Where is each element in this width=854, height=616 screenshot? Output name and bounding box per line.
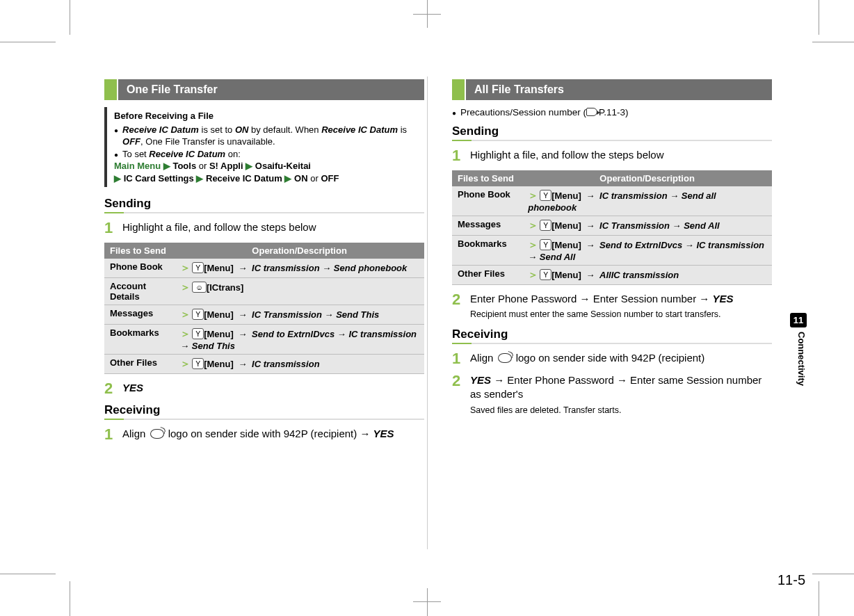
chevron-icon: ＞ — [528, 268, 538, 280]
key-icon: Y — [192, 328, 204, 339]
key-icon: Y — [540, 190, 551, 201]
reference-icon — [586, 108, 597, 116]
step-text: Align logo on sender side with 942P (rec… — [470, 351, 772, 366]
left-column: One File Transfer Before Receiving a Fil… — [104, 76, 424, 549]
receiving-rule — [104, 419, 424, 420]
key-icon: Y — [192, 309, 204, 320]
note-line-2: To set Receive IC Datum on: — [114, 148, 424, 161]
page-content: One File Transfer Before Receiving a Fil… — [104, 76, 772, 549]
row-label: Phone Book — [104, 259, 175, 278]
th-files: Files to Send — [452, 170, 522, 186]
row-label: Account Details — [104, 278, 175, 305]
row-operation: ＞Y[Menu] → IC Transmission → Send All — [522, 216, 772, 236]
step-text: YES — [122, 382, 143, 394]
ic-logo-icon — [498, 353, 512, 363]
row-label: Phone Book — [452, 186, 522, 216]
key-icon: Y — [540, 239, 551, 250]
chevron-icon: ＞ — [180, 281, 191, 293]
chevron-icon: ＞ — [180, 357, 191, 369]
chevron-icon: ＞ — [180, 327, 191, 339]
step-number: 2 — [452, 373, 470, 416]
key-label: [Menu] — [204, 263, 234, 273]
sending-heading: Sending — [104, 197, 424, 211]
key-label: [Menu] — [551, 270, 581, 280]
receiving-rule — [452, 343, 772, 344]
step-number: 1 — [104, 220, 122, 236]
right-sending-step-2: 2 Enter Phone Password → Enter Session n… — [452, 292, 772, 321]
left-sending-step-1: 1 Highlight a file, and follow the steps… — [104, 220, 424, 236]
left-sending-table: Files to Send Operation/Description Phon… — [104, 243, 424, 374]
left-table-body: Phone Book＞Y[Menu] → IC transmission → S… — [104, 259, 424, 374]
key-icon: Y — [192, 358, 204, 369]
chevron-icon: ＞ — [528, 238, 538, 250]
step-number: 1 — [104, 427, 122, 442]
table-row: Bookmarks＞Y[Menu] → Send to ExtrnlDvcs →… — [452, 236, 772, 266]
precaution-line: Precautions/Session number (P.11-3) — [452, 107, 772, 117]
chevron-icon: ＞ — [528, 219, 538, 231]
row-label: Bookmarks — [104, 325, 175, 355]
chevron-icon: ＞ — [180, 261, 191, 273]
sending-rule — [104, 212, 424, 213]
th-files: Files to Send — [104, 243, 175, 259]
row-label: Other Files — [452, 266, 522, 285]
step-subtext: Recipient must enter the same Session nu… — [470, 309, 772, 321]
key-icon: Y — [540, 269, 551, 280]
step-text: Enter Phone Password → Enter Session num… — [470, 292, 772, 321]
menu-path: Main Menu ▶ Tools or S! Appli ▶ Osaifu-K… — [114, 160, 424, 184]
key-label: [ICtrans] — [207, 282, 243, 293]
right-receiving-step-2: 2 YES → Enter Phone Password → Enter sam… — [452, 373, 772, 416]
row-operation: ＞Y[Menu] → IC Transmission → Send This — [175, 305, 424, 325]
step-number: 1 — [452, 351, 470, 366]
right-sending-step-1: 1 Highlight a file, and follow the steps… — [452, 148, 772, 163]
step-text: Align logo on sender side with 942P (rec… — [122, 427, 424, 442]
table-row: Bookmarks＞Y[Menu] → Send to ExtrnlDvcs →… — [104, 325, 424, 355]
right-sending-table: Files to Send Operation/Description Phon… — [452, 170, 772, 285]
key-icon: Y — [540, 220, 551, 231]
heading-accent — [104, 79, 117, 100]
sending-heading: Sending — [452, 124, 772, 138]
right-column: All File Transfers Precautions/Session n… — [452, 76, 772, 549]
right-table-body: Phone Book＞Y[Menu] → IC transmission → S… — [452, 186, 772, 285]
chapter-title: Connectivity — [790, 332, 807, 386]
step-text: Highlight a file, and follow the steps b… — [122, 220, 424, 236]
th-op: Operation/Description — [175, 243, 424, 259]
chapter-tab: 11 Connectivity — [790, 313, 807, 386]
chapter-number: 11 — [790, 313, 807, 327]
key-label: [Menu] — [551, 191, 581, 201]
row-operation: ＞☺[ICtrans] — [175, 278, 424, 305]
step-text: Highlight a file, and follow the steps b… — [470, 148, 772, 163]
table-row: Messages＞Y[Menu] → IC Transmission → Sen… — [104, 305, 424, 325]
heading-text: All File Transfers — [466, 79, 772, 100]
heading-all-file-transfers: All File Transfers — [452, 79, 772, 100]
note-title: Before Receiving a File — [114, 110, 424, 122]
table-row: Other Files＞Y[Menu] → AllIC transmission — [452, 266, 772, 285]
key-icon: Y — [192, 262, 204, 273]
step-number: 2 — [104, 381, 122, 396]
row-operation: ＞Y[Menu] → IC transmission → Send phoneb… — [175, 259, 424, 278]
receiving-heading: Receiving — [104, 403, 424, 417]
key-label: [Menu] — [204, 359, 234, 369]
right-receiving-step-1: 1 Align logo on sender side with 942P (r… — [452, 351, 772, 366]
chevron-icon: ＞ — [528, 189, 538, 201]
table-row: Phone Book＞Y[Menu] → IC transmission → S… — [452, 186, 772, 216]
key-icon: ☺ — [192, 282, 207, 293]
note-line-1: Receive IC Datum is set to ON by default… — [114, 124, 424, 148]
receiving-heading: Receiving — [452, 327, 772, 341]
step-subtext: Saved files are deleted. Transfer starts… — [470, 405, 772, 416]
step-number: 2 — [452, 292, 470, 321]
table-row: Phone Book＞Y[Menu] → IC transmission → S… — [104, 259, 424, 278]
step-number: 1 — [452, 148, 470, 163]
heading-text: One File Transfer — [118, 79, 424, 100]
left-receiving-step-1: 1 Align logo on sender side with 942P (r… — [104, 427, 424, 442]
ic-logo-icon — [150, 429, 164, 439]
left-sending-step-2: 2 YES — [104, 381, 424, 396]
row-label: Bookmarks — [452, 236, 522, 266]
key-label: [Menu] — [204, 309, 234, 320]
heading-accent — [452, 79, 465, 100]
table-row: Other Files＞Y[Menu] → IC transmission — [104, 355, 424, 374]
row-label: Messages — [104, 305, 175, 325]
th-op: Operation/Description — [522, 170, 772, 186]
row-label: Messages — [452, 216, 522, 236]
table-row: Messages＞Y[Menu] → IC Transmission → Sen… — [452, 216, 772, 236]
key-label: [Menu] — [551, 240, 581, 250]
